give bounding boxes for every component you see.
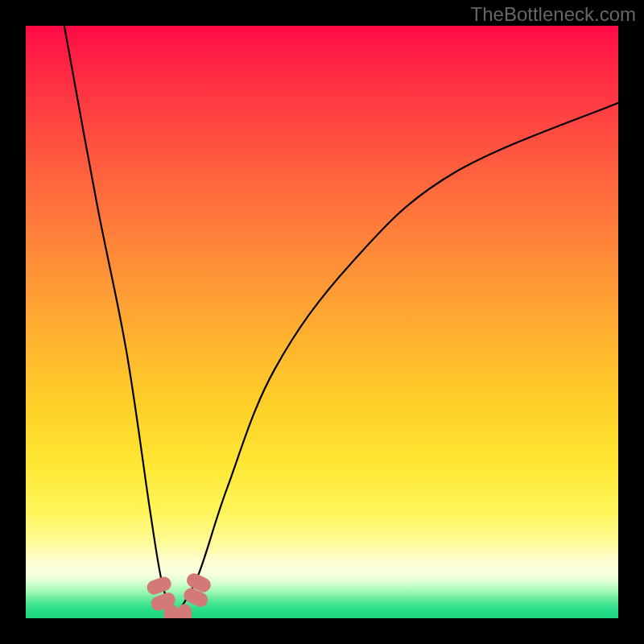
plot-area xyxy=(26,26,618,618)
bottleneck-curve xyxy=(64,26,618,618)
marker-capsule xyxy=(163,604,178,618)
curve-layer xyxy=(26,26,618,618)
chart-frame: TheBottleneck.com xyxy=(0,0,644,644)
watermark-text: TheBottleneck.com xyxy=(471,3,636,26)
bottom-markers xyxy=(145,571,213,618)
marker-capsule xyxy=(177,604,192,618)
